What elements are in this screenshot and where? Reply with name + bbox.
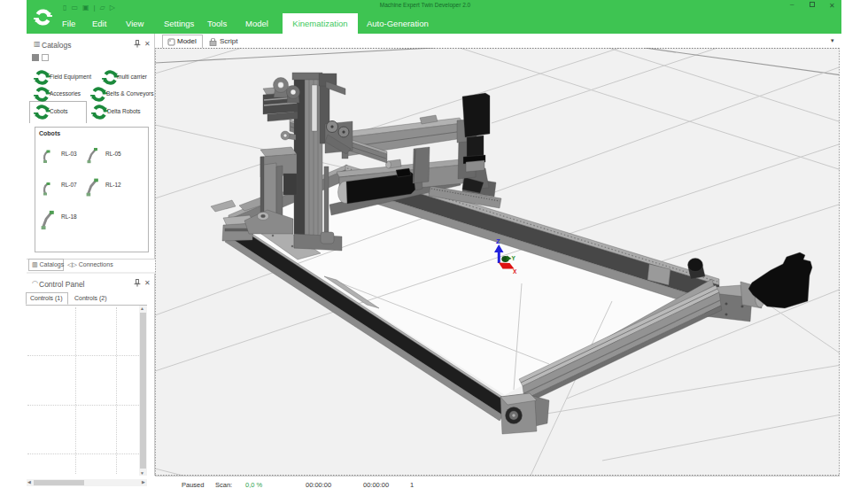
- svg-text:Y: Y: [512, 255, 516, 261]
- svg-text:X: X: [513, 268, 517, 275]
- svg-text:Z: Z: [496, 237, 500, 245]
